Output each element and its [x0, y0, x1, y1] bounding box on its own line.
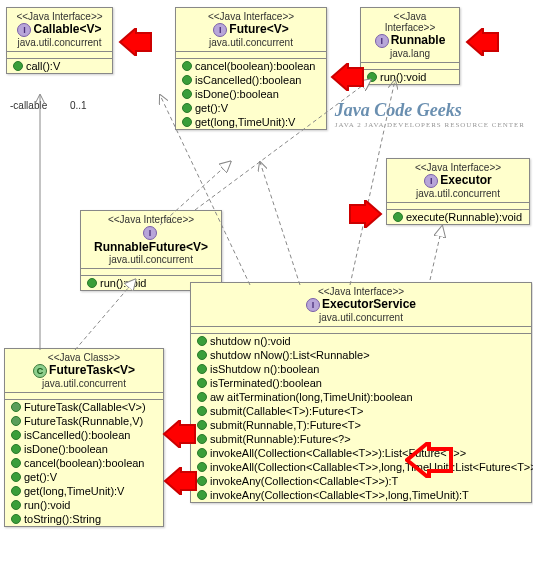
method-icon [197, 392, 207, 402]
method-icon [11, 430, 21, 440]
highlight-arrow-icon [348, 200, 383, 228]
package: java.util.concurrent [184, 37, 318, 48]
method-icon [13, 61, 23, 71]
method-icon [197, 364, 207, 374]
operation: get():V [195, 102, 228, 114]
operation: get():V [24, 471, 57, 483]
interface-icon: I [375, 34, 389, 48]
interface-icon: I [306, 298, 320, 312]
package: java.util.concurrent [13, 378, 155, 389]
operation: aw aitTermination(long,TimeUnit):boolean [210, 391, 413, 403]
operation: run():void [24, 499, 70, 511]
operation: isDone():boolean [195, 88, 279, 100]
interface-icon: I [17, 23, 31, 37]
package: java.lang [369, 48, 451, 59]
class-executor: <<Java Interface>> IExecutor java.util.c… [386, 158, 530, 225]
method-icon [197, 420, 207, 430]
method-icon [182, 75, 192, 85]
multiplicity-label: 0..1 [70, 100, 87, 111]
method-icon [197, 462, 207, 472]
method-icon [197, 448, 207, 458]
constructor-icon [11, 402, 21, 412]
method-icon [11, 486, 21, 496]
highlight-arrow-icon [465, 28, 500, 56]
class-name: Future<V> [229, 22, 288, 36]
method-icon [182, 117, 192, 127]
package: java.util.concurrent [15, 37, 104, 48]
highlight-arrow-icon [330, 63, 365, 91]
operation: cancel(boolean):boolean [195, 60, 315, 72]
stereotype: <<Java Interface>> [184, 11, 318, 22]
operation: submit(Runnable,T):Future<T> [210, 419, 361, 431]
svg-line-5 [260, 162, 300, 285]
operation: invokeAny(Collection<Callable<T>>):T [210, 475, 398, 487]
operation: execute(Runnable):void [406, 211, 522, 223]
operation: isCancelled():boolean [195, 74, 301, 86]
operation: get(long,TimeUnit):V [24, 485, 124, 497]
operation: run():void [100, 277, 146, 289]
operation: isDone():boolean [24, 443, 108, 455]
svg-line-3 [430, 227, 442, 280]
class-name: RunnableFuture<V> [94, 240, 208, 254]
package: java.util.concurrent [199, 312, 523, 323]
watermark-logo: Java Code Geeks JAVA 2 JAVA DEVELOPERS R… [335, 100, 525, 129]
method-icon [182, 103, 192, 113]
class-runnable: <<Java Interface>> IRunnable java.lang r… [360, 7, 460, 85]
method-icon [182, 61, 192, 71]
class-name: Executor [440, 173, 491, 187]
class-runnablefuture: <<Java Interface>> IRunnableFuture<V> ja… [80, 210, 222, 291]
operation: get(long,TimeUnit):V [195, 116, 295, 128]
method-icon [182, 89, 192, 99]
package: java.util.concurrent [395, 188, 521, 199]
class-futuretask: <<Java Class>> CFutureTask<V> java.util.… [4, 348, 164, 527]
stereotype: <<Java Interface>> [199, 286, 523, 297]
operation: submit(Callable<T>):Future<T> [210, 405, 363, 417]
method-icon [11, 458, 21, 468]
operation: submit(Runnable):Future<?> [210, 433, 351, 445]
highlight-arrow-icon [162, 420, 197, 448]
highlight-arrow-icon [405, 442, 453, 478]
class-icon: C [33, 364, 47, 378]
operation: cancel(boolean):boolean [24, 457, 144, 469]
operation: isTerminated():boolean [210, 377, 322, 389]
class-future: <<Java Interface>> IFuture<V> java.util.… [175, 7, 327, 130]
highlight-arrow-icon [118, 28, 153, 56]
method-icon [11, 500, 21, 510]
operation: shutdow nNow():List<Runnable> [210, 349, 370, 361]
operation: invokeAny(Collection<Callable<T>>,long,T… [210, 489, 469, 501]
class-name: FutureTask<V> [49, 363, 135, 377]
method-icon [367, 72, 377, 82]
package: java.util.concurrent [89, 254, 213, 265]
method-icon [197, 350, 207, 360]
method-icon [197, 434, 207, 444]
operation: isCancelled():boolean [24, 429, 130, 441]
stereotype: <<Java Interface>> [15, 11, 104, 22]
operation: isShutdow n():boolean [210, 363, 319, 375]
stereotype: <<Java Interface>> [369, 11, 451, 33]
stereotype: <<Java Class>> [13, 352, 155, 363]
method-icon [197, 336, 207, 346]
method-icon [197, 490, 207, 500]
method-icon [393, 212, 403, 222]
logo-subtitle: JAVA 2 JAVA DEVELOPERS RESOURCE CENTER [335, 121, 525, 129]
operation: FutureTask(Runnable,V) [24, 415, 143, 427]
class-name: Callable<V> [33, 22, 101, 36]
method-icon [11, 472, 21, 482]
class-callable: <<Java Interface>> ICallable<V> java.uti… [6, 7, 113, 74]
operation: toString():String [24, 513, 101, 525]
stereotype: <<Java Interface>> [395, 162, 521, 173]
logo-title: Java Code Geeks [335, 100, 525, 121]
operation: FutureTask(Callable<V>) [24, 401, 146, 413]
operation: call():V [26, 60, 60, 72]
operation: invokeAll(Collection<Callable<T>>,long,T… [210, 461, 533, 473]
interface-icon: I [424, 174, 438, 188]
operation: run():void [380, 71, 426, 83]
method-icon [197, 406, 207, 416]
class-name: ExecutorService [322, 297, 416, 311]
method-icon [11, 514, 21, 524]
interface-icon: I [213, 23, 227, 37]
class-name: Runnable [391, 33, 446, 47]
highlight-arrow-icon [163, 467, 198, 495]
constructor-icon [11, 416, 21, 426]
method-icon [87, 278, 97, 288]
